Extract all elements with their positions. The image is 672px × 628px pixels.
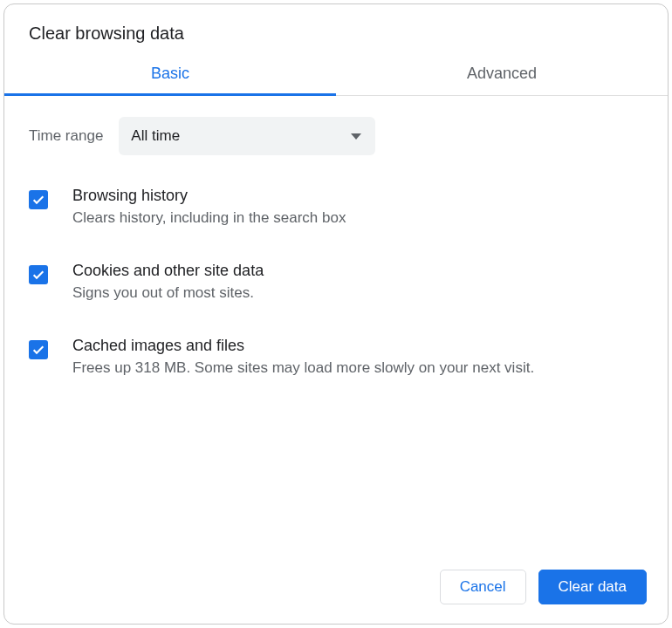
- caret-down-icon: [351, 133, 361, 140]
- checkbox-browsing-history[interactable]: [29, 190, 48, 209]
- time-range-row: Time range All time: [29, 117, 643, 155]
- clear-data-button-label: Clear data: [559, 578, 627, 596]
- checkbox-cookies[interactable]: [29, 265, 48, 284]
- option-cookies-title: Cookies and other site data: [72, 262, 264, 280]
- clear-data-button[interactable]: Clear data: [538, 570, 647, 604]
- tab-basic[interactable]: Basic: [4, 52, 336, 95]
- option-cache-title: Cached images and files: [72, 337, 534, 355]
- checkmark-icon: [31, 343, 45, 357]
- dialog-content: Time range All time Browsing history Cle…: [4, 96, 668, 554]
- time-range-select[interactable]: All time: [119, 117, 375, 155]
- cancel-button-label: Cancel: [460, 578, 506, 596]
- option-cookies-desc: Signs you out of most sites.: [72, 283, 264, 304]
- checkbox-cache[interactable]: [29, 340, 48, 359]
- tab-advanced-label: Advanced: [467, 65, 537, 82]
- dialog-title: Clear browsing data: [4, 4, 668, 52]
- time-range-label: Time range: [29, 127, 103, 145]
- option-browsing-history-text: Browsing history Clears history, includi…: [72, 187, 346, 229]
- option-browsing-history-desc: Clears history, including in the search …: [72, 208, 346, 229]
- option-browsing-history: Browsing history Clears history, includi…: [29, 187, 643, 229]
- tabs: Basic Advanced: [4, 52, 668, 96]
- clear-browsing-data-dialog: Clear browsing data Basic Advanced Time …: [3, 3, 669, 625]
- checkmark-icon: [31, 193, 45, 207]
- option-cookies-text: Cookies and other site data Signs you ou…: [72, 262, 264, 304]
- option-cache-text: Cached images and files Frees up 318 MB.…: [72, 337, 534, 379]
- time-range-selected: All time: [131, 127, 180, 145]
- tab-basic-label: Basic: [151, 65, 189, 82]
- dialog-footer: Cancel Clear data: [4, 554, 668, 624]
- checkmark-icon: [31, 268, 45, 282]
- tab-advanced[interactable]: Advanced: [336, 52, 668, 95]
- option-cache: Cached images and files Frees up 318 MB.…: [29, 337, 643, 379]
- option-cookies: Cookies and other site data Signs you ou…: [29, 262, 643, 304]
- option-cache-desc: Frees up 318 MB. Some sites may load mor…: [72, 358, 534, 379]
- cancel-button[interactable]: Cancel: [440, 570, 526, 604]
- option-browsing-history-title: Browsing history: [72, 187, 346, 205]
